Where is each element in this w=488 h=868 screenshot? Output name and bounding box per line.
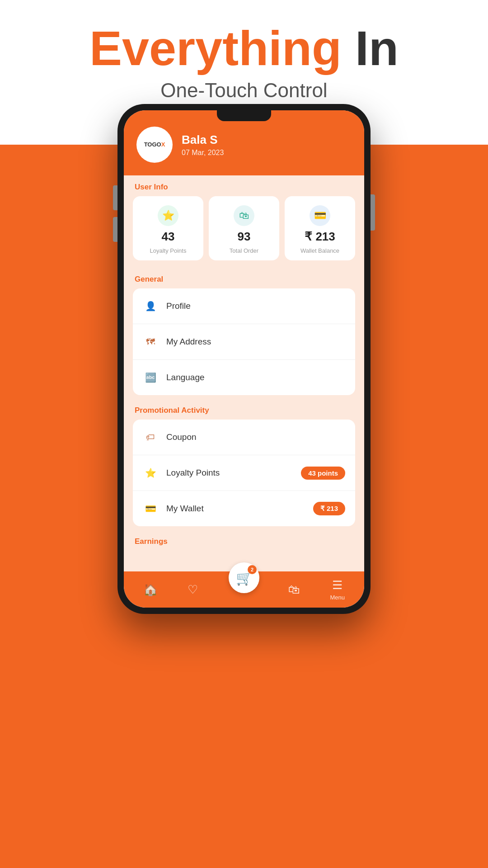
my-wallet-label: My Wallet [166, 504, 305, 514]
wallet-badge: ₹ 213 [313, 502, 345, 515]
earnings-label: Earnings [124, 530, 364, 551]
coupon-icon: 🏷 [143, 429, 158, 445]
wallet-number: ₹ 213 [305, 230, 335, 244]
general-menu-card: 👤 Profile 🗺 My Address 🔤 Language [133, 288, 355, 395]
loyalty-label: Loyalty Points [150, 247, 187, 254]
promotional-label: Promotional Activity [124, 399, 364, 420]
loyalty-menu-icon: ⭐ [143, 465, 158, 481]
menu-item-my-wallet[interactable]: 💳 My Wallet ₹ 213 [133, 491, 355, 526]
user-info-label: User Info [124, 175, 364, 196]
order-number: 93 [238, 230, 251, 244]
side-button-volume-down [113, 217, 117, 242]
logo-text: TOGOX [144, 142, 165, 148]
stats-row: ⭐ 43 Loyalty Points 🛍 93 Total Order 💳 ₹… [124, 196, 364, 268]
loyalty-badge: 43 points [301, 467, 345, 480]
menu-item-coupon[interactable]: 🏷 Coupon [133, 420, 355, 455]
wallet-label: Wallet Balance [300, 247, 339, 254]
coupon-label: Coupon [166, 432, 345, 442]
phone-screen: TOGOX Bala S 07 Mar, 2023 User Info ⭐ 43… [124, 110, 364, 608]
total-order-card[interactable]: 🛍 93 Total Order [209, 196, 279, 260]
address-label: My Address [166, 337, 345, 347]
profile-icon: 👤 [143, 298, 158, 314]
loyalty-number: 43 [162, 230, 175, 244]
heart-icon: ♡ [188, 583, 198, 597]
user-date: 07 Mar, 2023 [182, 149, 224, 157]
menu-nav-label: Menu [330, 594, 345, 601]
side-button-power [371, 194, 375, 231]
loyalty-menu-label: Loyalty Points [166, 468, 293, 478]
nav-shop[interactable]: 🛍 [288, 583, 300, 597]
cart-badge: 2 [248, 565, 257, 574]
user-name: Bala S [182, 133, 224, 147]
phone-frame: TOGOX Bala S 07 Mar, 2023 User Info ⭐ 43… [117, 104, 371, 614]
menu-item-language[interactable]: 🔤 Language [133, 360, 355, 395]
wallet-icon: 💳 [310, 205, 330, 226]
phone-content[interactable]: User Info ⭐ 43 Loyalty Points 🛍 93 Total… [124, 175, 364, 570]
home-icon: 🏠 [143, 583, 158, 597]
language-icon: 🔤 [143, 370, 158, 385]
app-logo: TOGOX [136, 127, 173, 163]
cart-fab[interactable]: 🛒 2 [229, 562, 259, 593]
general-label: General [124, 268, 364, 288]
order-label: Total Order [230, 247, 258, 254]
hero-title-dark: In [355, 21, 399, 75]
phone-wrapper: TOGOX Bala S 07 Mar, 2023 User Info ⭐ 43… [117, 104, 371, 614]
menu-item-address[interactable]: 🗺 My Address [133, 324, 355, 360]
profile-label: Profile [166, 301, 345, 311]
hero-title-orange: Everything [89, 21, 342, 75]
wallet-balance-card[interactable]: 💳 ₹ 213 Wallet Balance [285, 196, 355, 260]
promotional-menu-card: 🏷 Coupon ⭐ Loyalty Points 43 points 💳 My… [133, 420, 355, 526]
menu-icon: ☰ [332, 578, 343, 592]
nav-home[interactable]: 🏠 [143, 583, 158, 597]
hero-subtitle: One-Touch Control [0, 79, 488, 102]
hero-title: Everything In [0, 22, 488, 75]
nav-menu[interactable]: ☰ Menu [330, 578, 345, 601]
menu-item-loyalty-points[interactable]: ⭐ Loyalty Points 43 points [133, 455, 355, 491]
loyalty-points-card[interactable]: ⭐ 43 Loyalty Points [133, 196, 203, 260]
user-info-header: Bala S 07 Mar, 2023 [182, 133, 224, 157]
menu-item-profile[interactable]: 👤 Profile [133, 288, 355, 324]
shop-icon: 🛍 [288, 583, 300, 597]
notch [217, 110, 271, 121]
loyalty-icon: ⭐ [158, 205, 178, 226]
order-icon: 🛍 [234, 205, 254, 226]
side-button-volume-up [113, 185, 117, 210]
my-wallet-icon: 💳 [143, 501, 158, 516]
address-icon: 🗺 [143, 334, 158, 349]
language-label: Language [166, 373, 345, 382]
nav-wishlist[interactable]: ♡ [188, 583, 198, 597]
